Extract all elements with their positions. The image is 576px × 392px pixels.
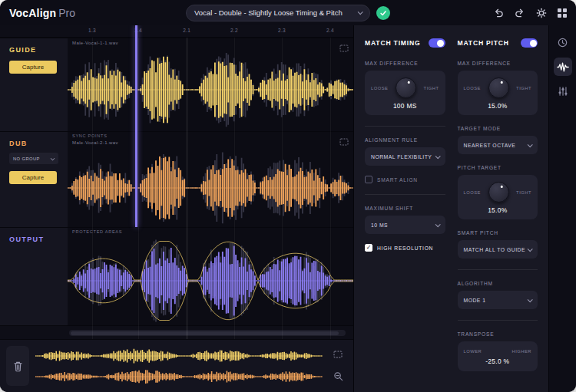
transpose-card[interactable]: LOWER HIGHER -25.0 % bbox=[458, 341, 538, 371]
waveform-view-button[interactable] bbox=[554, 58, 572, 76]
smart-pitch-dropdown[interactable]: MATCH ALL TO GUIDE bbox=[458, 240, 538, 259]
check-icon bbox=[379, 9, 387, 17]
divider bbox=[365, 126, 445, 127]
chevron-down-icon bbox=[528, 142, 533, 147]
undo-button[interactable] bbox=[493, 8, 504, 18]
alignment-rule-label: ALIGNMENT RULE bbox=[365, 137, 445, 143]
clock-icon bbox=[557, 37, 568, 48]
chevron-down-icon bbox=[358, 9, 363, 15]
redo-button[interactable] bbox=[515, 8, 525, 18]
ruler-tick: 1.3 bbox=[88, 28, 96, 33]
pitch-target-value: 15.0% bbox=[488, 206, 507, 214]
chevron-down-icon bbox=[528, 297, 533, 302]
dub-group-value: NO GROUP bbox=[13, 156, 40, 161]
alignment-rule-dropdown[interactable]: NORMAL FLEXIBILITY bbox=[365, 147, 445, 166]
match-pitch-toggle[interactable] bbox=[521, 38, 538, 48]
timing-max-difference-knob[interactable] bbox=[396, 77, 416, 98]
high-resolution-row[interactable]: ✓ HIGH RESOLUTION bbox=[365, 244, 445, 252]
pitch-max-difference-label: MAX DIFFERENCE bbox=[458, 61, 538, 66]
gear-icon bbox=[536, 8, 547, 18]
vocalign-window: VocAlign Pro Vocal - Double - Slightly L… bbox=[0, 0, 576, 392]
settings-button[interactable] bbox=[536, 8, 547, 18]
maximum-shift-dropdown[interactable]: 10 MS bbox=[365, 216, 445, 234]
match-pitch-section: MATCH PITCH MAX DIFFERENCE LOOSE TIGHT 1… bbox=[458, 33, 538, 392]
preset-label: Vocal - Double - Slightly Loose Timing &… bbox=[194, 8, 343, 17]
ruler-tick: 2.2 bbox=[230, 28, 238, 33]
region-select-icon[interactable] bbox=[339, 41, 349, 55]
delete-button[interactable] bbox=[6, 346, 29, 386]
smart-align-label: SMART ALIGN bbox=[377, 177, 418, 183]
dub-file-label: Male-Vocal-2-1.wav bbox=[72, 140, 118, 145]
output-track: OUTPUT PROTECTED AREAS bbox=[0, 227, 353, 325]
scrollbar-thumb[interactable] bbox=[71, 331, 339, 335]
match-timing-title: MATCH TIMING bbox=[365, 39, 420, 47]
undo-icon bbox=[493, 8, 504, 18]
overview-guide-waveform[interactable] bbox=[35, 348, 323, 364]
grid-icon bbox=[558, 8, 567, 18]
chevron-down-icon bbox=[51, 156, 55, 161]
pitch-max-difference-card: LOOSE TIGHT 15.0% bbox=[458, 71, 538, 115]
apply-preset-button[interactable] bbox=[376, 6, 390, 20]
pitch-target-knob[interactable] bbox=[488, 182, 509, 203]
region-select-icon[interactable] bbox=[333, 348, 343, 361]
match-timing-toggle[interactable] bbox=[429, 38, 445, 48]
loose-label: LOOSE bbox=[371, 86, 388, 91]
playhead[interactable] bbox=[135, 25, 137, 227]
dub-waveform[interactable] bbox=[68, 150, 353, 226]
smart-align-row[interactable]: SMART ALIGN bbox=[365, 176, 445, 183]
overview-waveforms[interactable] bbox=[35, 348, 323, 385]
output-waveform[interactable] bbox=[68, 238, 353, 324]
guide-capture-button[interactable]: Capture bbox=[9, 61, 57, 74]
pitch-target-card: LOOSE TIGHT 15.0% bbox=[458, 175, 538, 219]
alignment-rule-value: NORMAL FLEXIBILITY bbox=[371, 154, 432, 160]
apps-menu-button[interactable] bbox=[558, 8, 567, 18]
output-track-header: OUTPUT bbox=[0, 228, 68, 325]
sync-points-label: SYNC POINTS bbox=[72, 133, 108, 138]
transpose-label: TRANSPOSE bbox=[458, 331, 538, 337]
timeline-ruler[interactable]: 1.31.42.12.22.32.4 bbox=[0, 25, 353, 38]
chevron-down-icon bbox=[435, 222, 440, 227]
settings-panel: MATCH TIMING MAX DIFFERENCE LOOSE TIGHT … bbox=[353, 25, 548, 392]
higher-label: HIGHER bbox=[511, 349, 531, 354]
region-select-icon[interactable] bbox=[339, 135, 349, 149]
overview-tools bbox=[329, 346, 347, 386]
overview-dub-waveform[interactable] bbox=[35, 368, 323, 385]
smart-align-checkbox[interactable] bbox=[365, 176, 372, 183]
smart-pitch-label: SMART PITCH bbox=[458, 230, 538, 236]
view-toolbar bbox=[548, 25, 576, 392]
pitch-max-difference-value: 15.0% bbox=[488, 102, 507, 110]
chevron-down-icon bbox=[435, 153, 440, 159]
target-mode-dropdown[interactable]: NEAREST OCTAVE bbox=[458, 136, 538, 154]
guide-wave-area[interactable]: Male-Vocal-1-1.wav bbox=[68, 38, 353, 131]
guide-track: GUIDE Capture Male-Vocal-1-1.wav bbox=[0, 38, 353, 131]
timeline-scrollbar[interactable] bbox=[69, 330, 346, 336]
dub-group-dropdown[interactable]: NO GROUP bbox=[9, 153, 58, 164]
algorithm-dropdown[interactable]: MODE 1 bbox=[458, 291, 538, 309]
output-wave-area[interactable]: PROTECTED AREAS bbox=[68, 228, 353, 325]
algorithm-label: ALGORITHM bbox=[458, 281, 538, 286]
high-resolution-checkbox[interactable]: ✓ bbox=[365, 244, 372, 252]
history-tool-button[interactable] bbox=[554, 33, 572, 51]
app-logo: VocAlign Pro bbox=[9, 7, 75, 19]
guide-file-label: Male-Vocal-1-1.wav bbox=[72, 41, 118, 45]
divider bbox=[458, 269, 538, 270]
output-track-label: OUTPUT bbox=[9, 236, 60, 243]
dub-track: DUB NO GROUP Capture SYNC POINTS Male-Vo… bbox=[0, 131, 353, 227]
divider bbox=[458, 320, 538, 321]
trash-icon bbox=[13, 361, 23, 372]
dub-track-header: DUB NO GROUP Capture bbox=[0, 132, 68, 227]
loose-label: LOOSE bbox=[464, 86, 481, 91]
titlebar-actions bbox=[493, 8, 567, 18]
guide-waveform[interactable] bbox=[68, 50, 353, 130]
titlebar: VocAlign Pro Vocal - Double - Slightly L… bbox=[0, 0, 576, 25]
preset-dropdown[interactable]: Vocal - Double - Slightly Loose Timing &… bbox=[186, 5, 370, 21]
main-content: 1.31.42.12.22.32.4 GUIDE Capture Male-Vo… bbox=[0, 25, 576, 392]
zoom-out-icon[interactable] bbox=[333, 371, 343, 384]
timing-max-difference-label: MAX DIFFERENCE bbox=[365, 61, 445, 66]
dub-capture-button[interactable]: Capture bbox=[9, 171, 57, 184]
mixer-view-button[interactable] bbox=[554, 82, 572, 100]
dub-wave-area[interactable]: SYNC POINTS Male-Vocal-2-1.wav bbox=[68, 132, 353, 227]
pitch-max-difference-knob[interactable] bbox=[488, 77, 509, 98]
tight-label: TIGHT bbox=[516, 190, 531, 195]
preset-group: Vocal - Double - Slightly Loose Timing &… bbox=[186, 5, 390, 21]
